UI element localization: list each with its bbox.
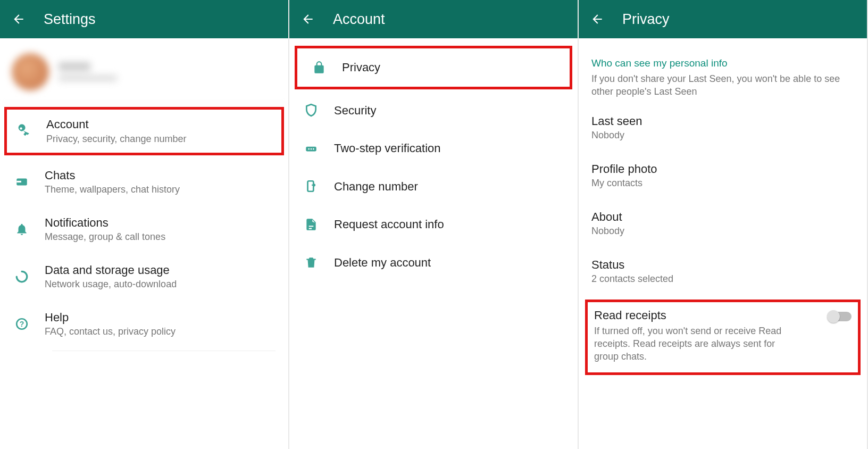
privacy-label: Privacy (342, 60, 380, 75)
account-item-delete[interactable]: Delete my account (289, 244, 578, 282)
privacy-content: Who can see my personal info If you don'… (579, 38, 867, 449)
bell-icon (15, 222, 38, 236)
settings-header: Settings (0, 0, 288, 38)
account-content: Privacy Security Two-step verification C… (289, 38, 578, 449)
svg-text:?: ? (20, 320, 24, 328)
data-title: Data and storage usage (45, 263, 177, 278)
svg-rect-1 (16, 181, 21, 182)
about-title: About (591, 210, 854, 224)
settings-item-account[interactable]: Account Privacy, security, change number (4, 107, 284, 155)
settings-item-chats[interactable]: Chats Theme, wallpapers, chat history (0, 159, 288, 206)
privacy-item-status[interactable]: Status 2 contacts selected (579, 247, 867, 295)
account-header: Account (289, 0, 578, 38)
avatar (12, 53, 49, 90)
account-panel: Account Privacy Security Two-step verifi… (289, 0, 579, 449)
toggle-knob (827, 310, 840, 323)
section-header: Who can see my personal info (579, 43, 867, 72)
help-icon: ? (15, 317, 38, 331)
about-value: Nobody (591, 226, 854, 237)
svg-rect-8 (308, 181, 314, 192)
notifications-sub: Message, group & call tones (45, 231, 165, 243)
data-sub: Network usage, auto-download (45, 278, 177, 290)
twostep-label: Two-step verification (334, 141, 441, 156)
password-icon (304, 142, 328, 155)
document-icon (304, 218, 328, 231)
changenumber-label: Change number (334, 179, 418, 194)
account-title-header: Account (333, 11, 385, 28)
privacy-panel: Privacy Who can see my personal info If … (579, 0, 868, 449)
settings-title: Settings (44, 11, 96, 28)
account-item-requestinfo[interactable]: Request account info (289, 205, 578, 244)
readreceipts-toggle[interactable] (828, 312, 852, 321)
svg-point-5 (308, 148, 310, 149)
lock-icon (312, 61, 336, 74)
chats-title: Chats (45, 168, 180, 183)
profilephoto-value: My contacts (591, 178, 854, 189)
back-arrow-icon[interactable] (12, 12, 26, 26)
settings-item-data[interactable]: Data and storage usage Network usage, au… (0, 253, 288, 301)
back-arrow-icon[interactable] (301, 12, 315, 26)
account-item-twostep[interactable]: Two-step verification (289, 129, 578, 168)
security-label: Security (334, 103, 376, 118)
profilephoto-title: Profile photo (591, 162, 854, 176)
trash-icon (304, 255, 328, 269)
shield-icon (304, 103, 328, 117)
privacy-title-header: Privacy (622, 11, 670, 28)
chats-sub: Theme, wallpapers, chat history (45, 184, 180, 196)
delete-label: Delete my account (334, 255, 431, 270)
account-sub: Privacy, security, change number (46, 133, 186, 145)
account-item-privacy[interactable]: Privacy (295, 46, 572, 89)
privacy-header: Privacy (579, 0, 867, 38)
notifications-title: Notifications (45, 215, 165, 230)
lastseen-value: Nobody (591, 130, 854, 141)
settings-item-notifications[interactable]: Notifications Message, group & call tone… (0, 206, 288, 253)
lastseen-title: Last seen (591, 114, 854, 128)
privacy-item-about[interactable]: About Nobody (579, 199, 867, 247)
settings-item-help[interactable]: ? Help FAQ, contact us, privacy policy (0, 301, 288, 348)
account-item-changenumber[interactable]: Change number (289, 168, 578, 206)
key-icon (16, 124, 40, 138)
requestinfo-label: Request account info (334, 217, 444, 232)
status-value: 2 contacts selected (591, 273, 854, 285)
privacy-item-profilephoto[interactable]: Profile photo My contacts (579, 152, 867, 199)
help-sub: FAQ, contact us, privacy policy (45, 326, 176, 338)
back-arrow-icon[interactable] (590, 12, 604, 26)
profile-row[interactable] (0, 43, 288, 104)
privacy-item-lastseen[interactable]: Last seen Nobody (579, 104, 867, 152)
data-usage-icon (15, 270, 38, 284)
read-receipts-item[interactable]: Read receipts If turned off, you won't s… (585, 300, 861, 376)
phone-transfer-icon (304, 179, 328, 193)
profile-name (59, 62, 117, 81)
section-sub: If you don't share your Last Seen, you w… (579, 72, 867, 104)
account-item-security[interactable]: Security (289, 92, 578, 130)
settings-content: Account Privacy, security, change number… (0, 38, 288, 449)
account-title: Account (46, 117, 186, 132)
readreceipts-title: Read receipts (594, 309, 822, 322)
svg-point-7 (313, 148, 314, 149)
settings-panel: Settings Account Privacy, security, chan… (0, 0, 289, 449)
svg-point-6 (311, 148, 312, 149)
status-title: Status (591, 258, 854, 272)
chat-icon (15, 175, 38, 189)
help-title: Help (45, 310, 176, 325)
readreceipts-sub: If turned off, you won't send or receive… (594, 325, 796, 363)
